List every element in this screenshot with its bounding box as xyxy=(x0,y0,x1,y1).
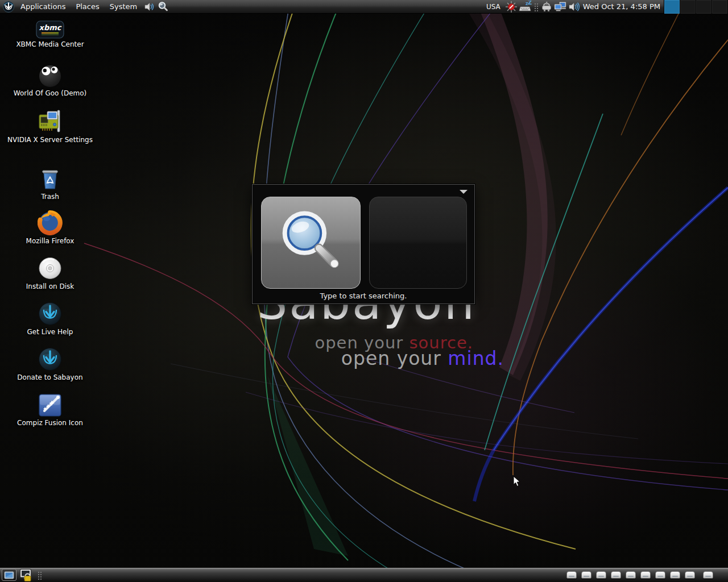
volume-icon[interactable] xyxy=(142,0,156,14)
svg-text:xbmc: xbmc xyxy=(39,23,62,32)
workspace-2[interactable] xyxy=(680,0,696,14)
show-desktop-button[interactable] xyxy=(2,569,16,581)
desktop-icon-get-live-help[interactable]: Get Live Help xyxy=(7,302,93,336)
svg-text:Z: Z xyxy=(528,1,532,6)
workspace-3[interactable] xyxy=(696,0,712,14)
menu-places[interactable]: Places xyxy=(71,0,104,13)
nvidia-card-icon xyxy=(37,110,63,134)
removable-drive-icon[interactable] xyxy=(655,571,665,579)
goo-ball-icon xyxy=(38,64,63,88)
sabayon-globe-anchor-icon xyxy=(38,302,63,326)
desktop-icon-world-of-goo[interactable]: World Of Goo (Demo) xyxy=(7,64,93,97)
wallpaper-slogan-line2: open your mind. xyxy=(341,347,504,369)
bottom-panel xyxy=(0,568,728,582)
removable-drive-icon[interactable] xyxy=(581,571,592,579)
taskbar-drive-buttons xyxy=(566,571,728,579)
network-computers-icon[interactable] xyxy=(553,0,567,14)
desktop-icon-firefox[interactable]: Mozilla Firefox xyxy=(7,211,93,245)
desktop-root: Sabayon open your source. open your mind… xyxy=(0,0,728,582)
magic-wand-icon xyxy=(38,393,63,417)
update-alert-icon[interactable] xyxy=(504,0,518,14)
removable-drive-icon[interactable] xyxy=(640,571,651,579)
removable-drive-icon[interactable] xyxy=(670,571,680,579)
xbmc-logo-icon: xbmc xyxy=(36,15,64,39)
removable-drive-icon[interactable] xyxy=(596,571,606,579)
mouse-cursor xyxy=(513,476,521,489)
search-hint-text: Type to start searching. xyxy=(253,292,474,300)
cd-disc-icon xyxy=(37,257,63,281)
volume-tray-icon[interactable] xyxy=(567,0,581,14)
magnifier-icon xyxy=(278,209,345,276)
power-device-icon[interactable] xyxy=(540,0,553,14)
taskbar-drag-handle[interactable] xyxy=(37,571,42,580)
trash-can-icon xyxy=(38,167,63,191)
workspace-4[interactable] xyxy=(712,0,728,14)
removable-drive-icon[interactable] xyxy=(685,571,695,579)
desktop-icon-xbmc-media-center[interactable]: xbmc XBMC Media Center xyxy=(7,15,93,48)
search-icon[interactable] xyxy=(156,0,169,14)
sabayon-globe-anchor-icon xyxy=(38,348,63,372)
top-panel: Applications Places System USA xyxy=(0,0,728,14)
keyboard-indicator-icon[interactable]: z Z xyxy=(518,0,532,14)
workspace-switcher xyxy=(664,0,728,14)
desktop-icon-trash[interactable]: Trash xyxy=(7,167,93,201)
firefox-icon xyxy=(38,211,63,235)
lock-screen-icon[interactable] xyxy=(19,568,34,582)
removable-drive-icon[interactable] xyxy=(611,571,621,579)
menu-applications[interactable]: Applications xyxy=(15,0,71,13)
search-dialog-result-pane[interactable] xyxy=(369,197,467,289)
search-dialog-item-pane[interactable] xyxy=(261,197,361,289)
desktop-icon-install-on-disk[interactable]: Install on Disk xyxy=(7,257,93,290)
keyboard-layout-indicator[interactable]: USA xyxy=(482,3,504,11)
desktop-icon-donate-to-sabayon[interactable]: Donate to Sabayon xyxy=(7,348,93,381)
removable-drive-icon[interactable] xyxy=(703,571,713,579)
tray-drag-handle[interactable] xyxy=(533,2,538,11)
workspace-1[interactable] xyxy=(664,0,680,14)
clock[interactable]: Wed Oct 21, 4:58 PM xyxy=(581,2,664,11)
removable-drive-icon[interactable] xyxy=(566,571,577,579)
removable-drive-icon[interactable] xyxy=(626,571,636,579)
desktop-icon-nvidia-settings[interactable]: NVIDIA X Server Settings xyxy=(7,110,93,144)
desktop-icon-compiz-fusion[interactable]: Compiz Fusion Icon xyxy=(7,393,93,427)
search-dialog: Type to start searching. xyxy=(252,184,475,304)
menu-system[interactable]: System xyxy=(105,0,142,13)
chevron-down-icon[interactable] xyxy=(460,190,468,194)
sabayon-anchor-logo-icon[interactable] xyxy=(2,0,15,14)
